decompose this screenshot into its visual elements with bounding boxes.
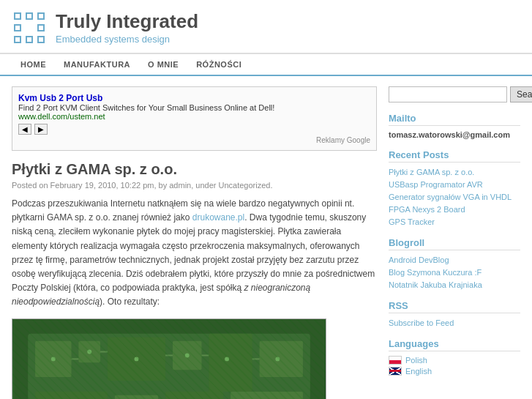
nav-o-mnie[interactable]: O MNIE	[139, 54, 187, 75]
ad-next-button[interactable]: ▶	[34, 124, 48, 135]
svg-rect-1	[26, 13, 32, 19]
ad-url: www.dell.com/ustem.net	[18, 112, 370, 121]
mailto-heading: Mailto	[389, 113, 520, 126]
main-nav: HOME MANUFAKTURA O MNIE RÓŻNOŚCI	[0, 53, 532, 76]
nav-home[interactable]: HOME	[12, 54, 55, 75]
ad-desc: Find 2 Port KVM Client Switches for Your…	[18, 103, 370, 112]
sidebar-languages: Languages Polish English	[389, 338, 520, 376]
svg-point-30	[275, 357, 280, 361]
languages-heading: Languages	[389, 338, 520, 351]
recent-post-link-4[interactable]: FPGA Nexys 2 Board	[389, 205, 465, 214]
svg-rect-15	[260, 340, 303, 376]
svg-rect-0	[15, 13, 20, 19]
recent-post-link-1[interactable]: Płytki z GAMA sp. z o.o.	[389, 168, 474, 176]
language-english-link[interactable]: English	[405, 367, 432, 376]
svg-rect-5	[15, 37, 20, 42]
sidebar-search: Search	[389, 86, 520, 102]
list-item: Android DevBlog	[389, 255, 520, 265]
svg-point-28	[185, 353, 190, 357]
nav-manufaktura[interactable]: MANUFAKTURA	[55, 54, 139, 75]
svg-rect-8	[13, 319, 324, 400]
svg-rect-9	[28, 333, 310, 399]
svg-point-25	[51, 357, 56, 361]
blogroll-list: Android DevBlog Blog Szymona Kuczura :F …	[389, 255, 520, 290]
sidebar-blogroll: Blogroll Android DevBlog Blog Szymona Ku…	[389, 237, 520, 290]
post-text-2: . Dwa tygodnie temu, skuszony niską ceną…	[12, 212, 375, 293]
site-subtitle: Embedded systems design	[56, 34, 198, 45]
rss-link[interactable]: Subscribe to Feed	[389, 318, 454, 327]
svg-rect-7	[38, 37, 44, 42]
flag-poland-icon	[389, 356, 402, 365]
svg-rect-11	[78, 340, 100, 362]
sidebar-rss: RSS Subscribe to Feed	[389, 300, 520, 328]
site-header: Truly Integrated Embedded systems design	[0, 0, 532, 53]
sidebar-mailto: Mailto tomasz.watorowski@gmail.com	[389, 113, 520, 139]
site-title: Truly Integrated	[56, 11, 198, 32]
list-item: USBasp Programator AVR	[389, 179, 520, 190]
svg-rect-12	[108, 337, 165, 380]
content-area: Kvm Usb 2 Port Usb Find 2 Port KVM Clien…	[0, 76, 532, 399]
svg-rect-10	[35, 340, 71, 376]
svg-rect-13	[173, 340, 202, 370]
list-item: Notatnik Jakuba Krajniaka	[389, 280, 520, 290]
svg-rect-3	[15, 25, 20, 31]
logo-icon	[12, 10, 47, 45]
post-meta: Posted on February 19, 2010, 10:22 pm, b…	[12, 181, 377, 190]
post-title: Płytki z GAMA sp. z o.o.	[12, 161, 377, 178]
post-text-3: ). Oto rezultaty:	[100, 297, 160, 307]
ad-prev-button[interactable]: ◀	[18, 124, 31, 135]
nav-roznosci[interactable]: RÓŻNOŚCI	[187, 54, 250, 75]
recent-posts-heading: Recent Posts	[389, 149, 520, 163]
flag-uk-icon	[389, 367, 402, 376]
mailto-email[interactable]: tomasz.watorowski@gmail.com	[389, 130, 520, 139]
svg-rect-4	[38, 25, 44, 31]
svg-rect-6	[26, 37, 32, 42]
list-item: GPS Tracker	[389, 217, 520, 227]
svg-rect-22	[115, 395, 158, 399]
sidebar-recent-posts: Recent Posts Płytki z GAMA sp. z o.o. US…	[389, 149, 520, 227]
recent-posts-list: Płytki z GAMA sp. z o.o. USBasp Programa…	[389, 167, 520, 227]
list-item: FPGA Nexys 2 Board	[389, 204, 520, 215]
blogroll-heading: Blogroll	[389, 237, 520, 250]
post-link[interactable]: drukowane.pl	[192, 212, 244, 223]
ad-title[interactable]: Kvm Usb 2 Port Usb	[18, 93, 370, 103]
list-item: Generator sygnałów VGA in VHDL	[389, 192, 520, 202]
search-input[interactable]	[389, 86, 507, 102]
header-text: Truly Integrated Embedded systems design	[56, 11, 198, 45]
rss-heading: RSS	[389, 300, 520, 313]
blogroll-link-3[interactable]: Notatnik Jakuba Krajniaka	[389, 280, 482, 289]
language-polish-link[interactable]: Polish	[405, 356, 427, 365]
sidebar: Search Mailto tomasz.watorowski@gmail.co…	[389, 86, 520, 399]
recent-post-link-5[interactable]: GPS Tracker	[389, 217, 435, 226]
ad-box: Kvm Usb 2 Port Usb Find 2 Port KVM Clien…	[12, 86, 377, 151]
language-polish: Polish	[389, 356, 520, 365]
ad-nav: ◀ ▶	[18, 124, 370, 135]
list-item: Płytki z GAMA sp. z o.o.	[389, 167, 520, 177]
svg-rect-23	[165, 391, 223, 399]
svg-rect-2	[38, 13, 44, 19]
blogroll-link-1[interactable]: Android DevBlog	[389, 256, 449, 264]
language-english: English	[389, 367, 520, 376]
ad-label: Reklamy Google	[18, 136, 370, 144]
recent-post-link-3[interactable]: Generator sygnałów VGA in VHDL	[389, 193, 512, 201]
post-body: Podczas przeszukiwania Internetu natknął…	[12, 197, 377, 310]
svg-rect-21	[35, 391, 108, 399]
post-image	[12, 318, 326, 400]
main-content: Kvm Usb 2 Port Usb Find 2 Port KVM Clien…	[12, 86, 377, 399]
svg-point-26	[87, 349, 91, 354]
svg-point-29	[225, 357, 229, 361]
search-button[interactable]: Search	[510, 86, 532, 102]
list-item: Blog Szymona Kuczura :F	[389, 267, 520, 277]
recent-post-link-2[interactable]: USBasp Programator AVR	[389, 180, 483, 189]
svg-rect-24	[231, 391, 303, 399]
svg-rect-14	[209, 333, 252, 391]
blogroll-link-2[interactable]: Blog Szymona Kuczura :F	[389, 268, 482, 277]
post: Płytki z GAMA sp. z o.o. Posted on Febru…	[12, 161, 377, 399]
svg-point-27	[135, 357, 139, 361]
